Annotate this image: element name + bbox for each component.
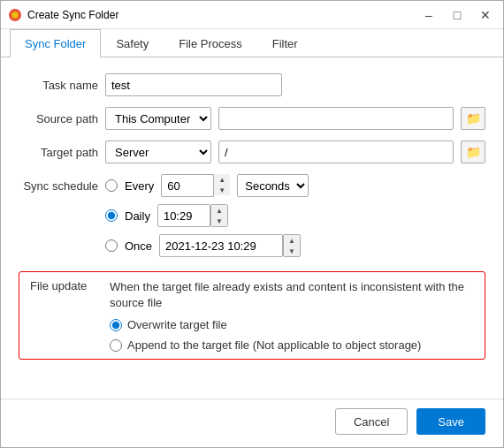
- svg-point-2: [12, 12, 18, 18]
- once-spinner: ▲ ▼: [283, 234, 301, 257]
- overwrite-label: Overwrite target file: [127, 318, 227, 331]
- once-datetime-input[interactable]: [159, 234, 283, 257]
- task-name-row: Task name: [19, 73, 485, 96]
- daily-row: Daily ▲ ▼: [105, 204, 485, 227]
- source-browse-button[interactable]: 📁: [461, 107, 485, 130]
- daily-radio[interactable]: [105, 209, 118, 222]
- target-browse-button[interactable]: 📁: [461, 140, 485, 163]
- maximize-button[interactable]: □: [447, 5, 468, 25]
- every-input-wrap: ▲ ▼: [161, 174, 230, 197]
- daily-time-wrap: ▲ ▼: [157, 204, 228, 227]
- window-title: Create Sync Folder: [27, 9, 418, 21]
- once-radio[interactable]: [105, 239, 118, 252]
- target-path-input[interactable]: [218, 140, 454, 163]
- source-path-input[interactable]: [218, 107, 454, 130]
- source-path-label: Source path: [19, 112, 98, 125]
- file-update-label: File update: [30, 279, 103, 292]
- file-update-header: File update When the target file already…: [30, 279, 474, 311]
- main-window: Create Sync Folder – □ ✕ Sync Folder Saf…: [0, 0, 504, 448]
- tab-file-process[interactable]: File Process: [164, 29, 257, 57]
- every-increment-button[interactable]: ▲: [214, 174, 230, 185]
- minimize-button[interactable]: –: [418, 5, 439, 25]
- source-path-row: Source path This Computer Server Cloud 📁: [19, 107, 485, 130]
- daily-spinner: ▲ ▼: [210, 204, 228, 227]
- append-option[interactable]: Append to the target file (Not applicabl…: [110, 338, 474, 352]
- window-controls: – □ ✕: [418, 5, 496, 25]
- every-unit-select[interactable]: Seconds Minutes Hours: [237, 174, 309, 197]
- target-path-row: Target path Server This Computer Cloud 📁: [19, 140, 485, 163]
- daily-decrement-button[interactable]: ▼: [211, 216, 227, 226]
- daily-time-input[interactable]: [157, 204, 210, 227]
- target-path-label: Target path: [19, 146, 98, 159]
- append-label: Append to the target file (Not applicabl…: [127, 338, 421, 352]
- overwrite-option[interactable]: Overwrite target file: [110, 318, 474, 331]
- tab-filter[interactable]: Filter: [257, 29, 313, 57]
- tab-safety[interactable]: Safety: [101, 29, 164, 57]
- every-spinner: ▲ ▼: [214, 174, 230, 197]
- titlebar: Create Sync Folder – □ ✕: [1, 1, 503, 29]
- daily-label: Daily: [125, 209, 150, 223]
- target-path-dropdown[interactable]: Server This Computer Cloud: [105, 140, 211, 163]
- every-decrement-button[interactable]: ▼: [214, 185, 230, 195]
- once-datetime-wrap: ▲ ▼: [159, 234, 301, 257]
- source-path-dropdown[interactable]: This Computer Server Cloud: [105, 107, 211, 130]
- every-label: Every: [125, 179, 154, 193]
- once-row: Once ▲ ▼: [105, 234, 485, 257]
- tab-bar: Sync Folder Safety File Process Filter: [1, 29, 503, 57]
- once-increment-button[interactable]: ▲: [284, 235, 300, 246]
- append-radio[interactable]: [110, 339, 122, 352]
- file-update-box: File update When the target file already…: [19, 271, 485, 360]
- sync-schedule-label: Sync schedule: [19, 179, 98, 193]
- every-radio[interactable]: [105, 179, 118, 192]
- folder-icon-2: 📁: [466, 145, 481, 159]
- file-update-options: Overwrite target file Append to the targ…: [110, 318, 474, 352]
- close-button[interactable]: ✕: [475, 5, 496, 25]
- sync-schedule-section: Sync schedule Every ▲ ▼ Seconds Minutes …: [19, 174, 485, 257]
- daily-increment-button[interactable]: ▲: [211, 205, 227, 216]
- form-content: Task name Source path This Computer Serv…: [1, 57, 503, 399]
- once-label: Once: [125, 239, 152, 253]
- folder-icon: 📁: [466, 111, 481, 125]
- overwrite-radio[interactable]: [110, 319, 122, 331]
- once-decrement-button[interactable]: ▼: [284, 246, 300, 256]
- cancel-button[interactable]: Cancel: [335, 408, 408, 435]
- save-button[interactable]: Save: [416, 408, 485, 435]
- every-value-input[interactable]: [161, 174, 214, 197]
- app-icon: [8, 8, 22, 22]
- every-row: Sync schedule Every ▲ ▼ Seconds Minutes …: [19, 174, 485, 197]
- footer: Cancel Save: [1, 399, 503, 447]
- tab-sync-folder[interactable]: Sync Folder: [10, 29, 101, 57]
- task-name-label: Task name: [19, 79, 98, 92]
- task-name-input[interactable]: [105, 73, 282, 96]
- file-update-description: When the target file already exists and …: [110, 279, 474, 311]
